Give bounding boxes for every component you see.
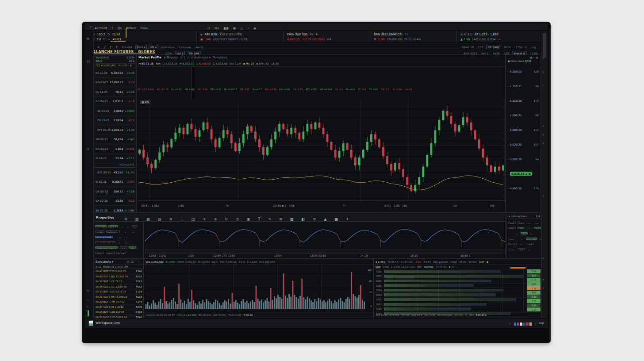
list-icon[interactable]: ≣ — [169, 217, 172, 221]
execution-row[interactable]: 09:27 SLD 2 6E 1.08415208 — [94, 305, 143, 310]
depth-row[interactable]: 5022 — [375, 298, 527, 303]
price-axis-row[interactable]: ‒5,120.50143 — [506, 93, 540, 108]
table-icon[interactable]: ▦ — [147, 217, 150, 221]
main-chart-panel[interactable]: Market Profile⊕ Regular⊙ 1|⊙ Automate ▾T… — [136, 54, 506, 213]
ladder-cell[interactable]: 2.1k — [527, 278, 540, 282]
panel-icon[interactable]: ▣ — [247, 217, 250, 221]
watchlist-row[interactable]: NQ 03-2517,890.25-1.72 — [94, 78, 136, 88]
rail-icon[interactable]: 13 — [87, 60, 90, 63]
watchlist-row[interactable]: ·RTY 03-252,008.40+5.30 — [94, 125, 136, 135]
watchlist-row[interactable]: GC 04-252,035.7-2.10 — [94, 97, 136, 107]
my-badge[interactable]: My — [215, 27, 219, 30]
chip-button[interactable]: CXL — [95, 252, 104, 254]
ladder-cell[interactable]: 1.8k — [527, 303, 540, 308]
rail-icon[interactable]: ◡ — [87, 298, 89, 301]
ladder-cell[interactable]: 3.4k — [527, 295, 540, 300]
columns-icon[interactable]: ▥ — [135, 217, 139, 221]
executions-filter-row[interactable]: ≡ 11. Models Φ Σ 0001 4M - — [94, 265, 143, 269]
price-axis-row[interactable]: ‒5,030.25157 — [506, 137, 540, 152]
price-axis-row[interactable]: ‒4,905.50139 — [506, 181, 540, 196]
chip-button[interactable]: 0.2 454 — [121, 45, 134, 49]
watchlist-row[interactable]: NG 04-251.884-0.036 — [94, 144, 136, 154]
bell-icon[interactable]: ◎ 12 — [126, 260, 134, 264]
ladder-cell[interactable]: 1.5k — [527, 286, 540, 291]
candlestick-chart[interactable] — [138, 99, 505, 202]
watchlist-row[interactable]: CL 04-2578.11+0.26 — [94, 87, 136, 97]
bars-icon[interactable]: ▮▮▮ — [223, 27, 229, 30]
execution-row[interactable]: 09:38 BOT 1 CL 78.125218 — [94, 279, 143, 284]
rows-icon[interactable]: ▤ — [158, 217, 161, 221]
crosshair-icon[interactable]: ✛ — [97, 46, 100, 49]
watchlist-row[interactable]: ·6E 03-251.0843+0.001 — [94, 106, 136, 116]
execution-row[interactable]: 09:29 BOT 1 YM 38,6427148 — [94, 300, 143, 305]
workspace-label[interactable]: Workspace Live — [96, 321, 120, 325]
menu-item[interactable]: Qs — [118, 27, 122, 30]
properties-label[interactable]: Properties — [96, 216, 114, 219]
volume-histogram[interactable] — [145, 265, 365, 309]
depth-row[interactable]: 5028 — [375, 269, 527, 274]
execution-row[interactable]: 09:25 BOT 1 ZB 118'043423 — [94, 310, 143, 315]
ladder-cell[interactable]: 640 — [527, 282, 540, 287]
chip-button[interactable]: 65 — [534, 227, 541, 229]
add-icon[interactable]: ⊕ — [214, 217, 217, 221]
depth-row[interactable]: 5025 — [375, 284, 527, 288]
watchlist-row[interactable]: DX 03-25104.22+0.08 — [94, 187, 136, 196]
execution-row[interactable]: 09:41 BOT 2 ES 5,020.251140 — [94, 269, 143, 274]
chip-button[interactable]: 0 — [539, 238, 541, 240]
watchlist-row[interactable]: 6J 03-250.00672-0.8% — [94, 177, 136, 187]
depth-row[interactable]: 5026 — [375, 279, 527, 284]
executions-title[interactable]: Executions ▾ — [96, 260, 114, 264]
depth-rows[interactable]: 5028502750265025502450235022502150205019 — [375, 269, 527, 312]
alert-icon[interactable]: △ — [240, 27, 242, 30]
execution-row[interactable]: 09:31 SLD 1 RTY 2,008.105133 — [94, 295, 143, 300]
clock-icon[interactable]: ◔ — [236, 217, 239, 221]
watchlist-row[interactable]: SI 03-2522.84+0.12 — [94, 154, 136, 164]
symbol-title[interactable]: AVALANCHE FUTURES - GLOBEX — [88, 50, 155, 54]
fib-icon[interactable]: ƒ — [110, 46, 111, 49]
rail-icon[interactable]: ▤ — [87, 37, 89, 40]
more-icon[interactable]: ⋯ — [137, 260, 140, 264]
half-box-icon[interactable]: ◧ — [302, 217, 305, 221]
execution-row[interactable]: 09:40 SLD 1 NQ 17,892.504203 — [94, 274, 143, 280]
depth-row[interactable]: 5021 — [375, 302, 527, 307]
price-axis-row[interactable]: ‒5,090.7588 — [506, 108, 540, 123]
watchlist-row[interactable]: ·ZB 03-25118'04-0'12 — [94, 116, 136, 126]
tick-chart-panel[interactable]: 12:51 - 1,0521:0512:54 170 02:5913:0413:… — [144, 222, 506, 259]
text-tool-icon[interactable]: T — [115, 46, 117, 49]
depth-row[interactable]: 5023 — [375, 293, 527, 298]
price-axis-header-icons[interactable]: ▤ ‒ ▥ — [506, 55, 540, 60]
price-axis-row[interactable]: ‒5,060.00112 — [506, 123, 540, 137]
chip-button[interactable]: % — [131, 231, 137, 233]
ladder-cell[interactable]: 980 — [527, 291, 540, 295]
scrollbar-thumb[interactable] — [543, 33, 546, 58]
chip-button[interactable]: REV — [106, 252, 115, 254]
chip-button[interactable]: ▾ — [128, 252, 132, 254]
watchlist-row[interactable]: VX 03-2513.85-0.22 — [94, 196, 136, 206]
chip-button[interactable]: 26 — [518, 248, 525, 250]
grid-icon[interactable]: ▣ — [233, 27, 236, 30]
chip-button[interactable]: FLAT — [116, 252, 126, 254]
ladder-cell[interactable]: 840 — [527, 274, 540, 278]
close-box-icon[interactable]: ⊠ — [279, 217, 282, 221]
depth-row[interactable]: 5024 — [375, 288, 527, 293]
watchlist-row[interactable]: YM 03-2538,654+145 — [94, 135, 136, 145]
rail-icon[interactable]: ◔ — [87, 147, 89, 150]
hatch-icon[interactable]: ▩ — [290, 217, 294, 221]
grid-icon[interactable]: ⊞ — [124, 217, 127, 221]
menu-item[interactable]: Flow — [141, 27, 148, 30]
price-ladder[interactable]: 1.2k8402.1k6401.5k9803.4k7701.8k1.2k — [527, 269, 540, 312]
rail-icon[interactable]: ½ — [87, 289, 89, 292]
price-axis-row[interactable]: ‒5,180.00128 — [506, 64, 540, 79]
depth-row[interactable]: 5020 — [375, 307, 527, 312]
volume-panel[interactable]: VOL 1,250,380Δ +890VWAP 4,981.50HI 12,95… — [144, 259, 374, 318]
minimize-icon[interactable]: ‒ — [247, 27, 249, 30]
price-axis-row[interactable]: ‒5,150.2596 — [506, 79, 540, 93]
up-icon[interactable]: ▲ — [324, 217, 326, 221]
clock-icon[interactable]: ◔ — [207, 27, 210, 30]
rail-icon[interactable]: ⌐ — [87, 305, 89, 308]
trendline-icon[interactable]: ╱ — [104, 46, 106, 49]
watchlist-row[interactable]: ES 03-255,023.50+0.45 — [94, 68, 136, 78]
flash-icon[interactable]: ↯ — [203, 217, 206, 221]
stop-icon[interactable]: ■ — [335, 217, 338, 221]
ladder-cell[interactable]: 770 — [527, 299, 540, 303]
